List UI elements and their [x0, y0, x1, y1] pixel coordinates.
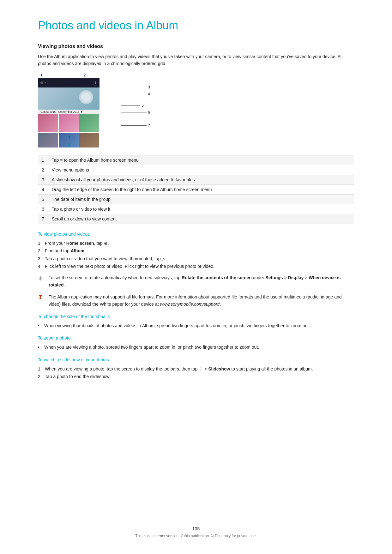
table-cell-text: A slideshow of all your photos and video… [48, 175, 354, 184]
table-cell-num: 1 [38, 155, 48, 165]
step-num: 3 [38, 255, 43, 262]
table-cell-text: Tap ≡ to open the Album home screen menu [48, 155, 354, 165]
footer-note: This is an internet version of this publ… [135, 534, 256, 538]
table-row: 4Drag the left edge of the screen to the… [38, 184, 354, 194]
intro-paragraph: Use the Album application to view photos… [38, 53, 354, 67]
sub-heading-zoom: To zoom a photo [38, 335, 354, 340]
page-footer: 105 This is an internet version of this … [0, 526, 392, 538]
step-num: 4 [38, 263, 43, 270]
section-heading-viewing: Viewing photos and videos [38, 44, 354, 49]
step-text: Flick left to view the next photo or vid… [45, 263, 214, 270]
table-row: 2View menu options [38, 165, 354, 175]
list-item: 3Tap a photo or video that you want to v… [38, 255, 354, 262]
step-num: 1 [38, 365, 43, 372]
bullet-icon-2: • [38, 344, 42, 351]
table-cell-num: 4 [38, 184, 48, 194]
sun-icon: ✳ [38, 274, 45, 288]
step-text: From your Home screen, tap ⊕. [45, 240, 109, 247]
step-text: Tap a photo or video that you want to vi… [45, 255, 166, 262]
note-rotate-text: To set the screen to rotate automaticall… [49, 274, 354, 288]
step-num: 2 [38, 247, 43, 254]
table-cell-text: View menu options [48, 165, 354, 175]
table-row: 3A slideshow of all your photos and vide… [38, 175, 354, 184]
page-title: Photos and videos in Album [38, 19, 354, 32]
table-cell-num: 6 [38, 204, 48, 214]
list-item: 1From your Home screen, tap ⊕. [38, 240, 354, 247]
date-label: August 2016 - September 2016 ▼ [38, 110, 100, 114]
table-cell-text: Scroll up or down to view content [48, 214, 354, 224]
view-photos-steps: 1From your Home screen, tap ⊕.2Find and … [38, 240, 354, 270]
table-cell-num: 3 [38, 175, 48, 184]
thumbnails-bullets: • When viewing thumbnails of photos and … [38, 322, 354, 329]
zoom-text: When you are viewing a photo, spread two… [44, 344, 259, 351]
bullet-icon: • [38, 322, 42, 329]
list-item: 2Find and tap Album. [38, 247, 354, 254]
page-number: 105 [0, 526, 392, 531]
table-row: 6Tap a photo or video to view it [38, 204, 354, 214]
zoom-bullets: • When you are viewing a photo, spread t… [38, 344, 354, 351]
callout-table: 1Tap ≡ to open the Album home screen men… [38, 155, 354, 224]
thumbnails-text: When viewing thumbnails of photos and vi… [44, 322, 310, 329]
warning-formats: ❢ The Album application may not support … [38, 293, 354, 308]
table-row: 7Scroll up or down to view content [38, 214, 354, 224]
sub-heading-view-photos: To view photos and videos [38, 232, 354, 237]
callout-num-2: 2 [84, 73, 86, 77]
table-cell-num: 5 [38, 194, 48, 204]
sub-heading-thumbnails: To change the size of the thumbnails [38, 314, 354, 319]
warning-formats-text: The Album application may not support al… [49, 293, 354, 308]
table-cell-num: 2 [38, 165, 48, 175]
screenshot-wrapper: 1 2 ≡ ⋮ August 2016 - [38, 73, 354, 148]
step-num: 1 [38, 240, 43, 247]
table-cell-text: Tap a photo or video to view it [48, 204, 354, 214]
slideshow-steps: 1When you are viewing a photo, tap the s… [38, 365, 354, 380]
step-text: Tap a photo to end the slideshow. [45, 373, 111, 380]
list-item: 2Tap a photo to end the slideshow. [38, 373, 354, 380]
warning-icon: ❢ [38, 294, 45, 308]
list-item: 4Flick left to view the next photo or vi… [38, 263, 354, 270]
list-item: 1When you are viewing a photo, tap the s… [38, 365, 354, 372]
page: Photos and videos in Album Viewing photo… [0, 0, 392, 554]
note-rotate: ✳ To set the screen to rotate automatica… [38, 274, 354, 288]
step-num: 2 [38, 373, 43, 380]
callout-num-1: 1 [40, 73, 43, 77]
screenshot-image: ≡ ⋮ August 2016 - September 2016 ▼ [38, 78, 100, 148]
table-row: 1Tap ≡ to open the Album home screen men… [38, 155, 354, 165]
table-cell-text: Drag the left edge of the screen to the … [48, 184, 354, 194]
table-row: 5The date of items in the group [38, 194, 354, 204]
step-text: When you are viewing a photo, tap the sc… [45, 365, 313, 372]
sub-heading-slideshow: To watch a slideshow of your photos [38, 357, 354, 362]
table-cell-text: The date of items in the group [48, 194, 354, 204]
step-text: Find and tap Album. [45, 247, 86, 254]
table-cell-num: 7 [38, 214, 48, 224]
